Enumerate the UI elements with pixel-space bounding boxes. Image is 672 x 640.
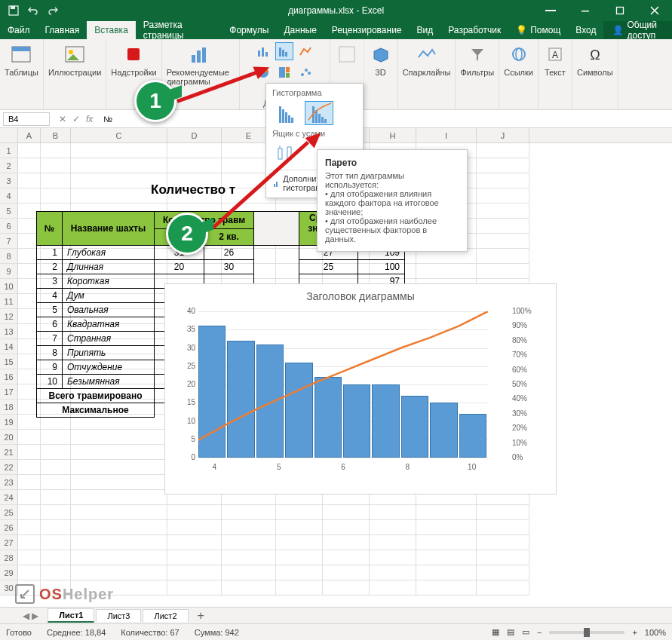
row-header[interactable]: 15 [0, 354, 18, 369]
name-box[interactable] [3, 112, 50, 126]
row-header[interactable]: 7 [0, 234, 18, 249]
row-header[interactable]: 16 [0, 369, 18, 384]
sheet-tab-3[interactable]: Лист2 [143, 609, 188, 622]
zoom-value[interactable]: 100% [645, 628, 666, 637]
row-header[interactable]: 23 [0, 475, 18, 490]
row-header[interactable]: 6 [0, 219, 18, 234]
ribbon-options-icon[interactable] [533, 0, 568, 21]
save-icon[interactable] [8, 5, 20, 17]
sheet-tab-2[interactable]: Лист3 [96, 609, 141, 622]
tab-review[interactable]: Рецензирование [324, 21, 410, 39]
symbols-button[interactable]: ΩСимволы [577, 42, 613, 77]
share-button[interactable]: 👤Общий доступ [603, 21, 672, 39]
sheet-nav-icons[interactable]: ◀ ▶ [23, 611, 38, 621]
sparklines-button[interactable]: Спарклайны [403, 42, 451, 77]
minimize-icon[interactable] [568, 0, 603, 21]
filters-button[interactable]: Фильтры [460, 42, 494, 77]
table-row[interactable]: 2Длинная203025100 [37, 260, 405, 274]
col-header[interactable]: C [71, 128, 167, 142]
line-chart-icon[interactable] [296, 42, 315, 60]
col-header[interactable]: A [18, 128, 41, 142]
row-header[interactable]: 9 [0, 264, 18, 279]
total-row-label[interactable]: Всего травмировано [37, 389, 155, 403]
tab-insert[interactable]: Вставка [87, 21, 136, 39]
row-header[interactable]: 26 [0, 520, 18, 535]
embedded-chart[interactable]: Заголовок диаграммы 05101520253035404568… [164, 283, 557, 495]
tab-formulas[interactable]: Формулы [222, 21, 276, 39]
view-normal-icon[interactable]: ▦ [492, 627, 499, 637]
column-chart-icon[interactable] [254, 42, 272, 60]
addons-button[interactable]: Надстройки [111, 42, 156, 77]
col-header[interactable]: I [416, 128, 477, 142]
col-q2[interactable]: 2 кв. [204, 228, 254, 246]
sheet-tab-1[interactable]: Лист1 [48, 608, 94, 623]
row-header[interactable]: 18 [0, 400, 18, 415]
text-button[interactable]: AТекст [543, 42, 567, 77]
row-header[interactable]: 17 [0, 384, 18, 400]
view-layout-icon[interactable]: ▤ [507, 627, 514, 637]
row-header[interactable]: 24 [0, 490, 18, 505]
add-sheet-button[interactable]: + [190, 608, 212, 624]
row-header[interactable]: 1 [0, 143, 18, 158]
col-header[interactable]: B [41, 128, 71, 142]
pivot-button[interactable] [335, 42, 359, 68]
col-num[interactable]: № [37, 212, 63, 246]
row-header[interactable]: 19 [0, 415, 18, 430]
zoom-in-icon[interactable]: + [632, 628, 637, 637]
dd-histogram-option[interactable] [272, 101, 300, 125]
row-header[interactable]: 13 [0, 324, 18, 339]
tab-file[interactable]: Файл [0, 21, 38, 39]
row-header[interactable]: 25 [0, 505, 18, 520]
links-button[interactable]: Ссылки [504, 42, 533, 77]
undo-icon[interactable] [27, 5, 39, 17]
max-row-label[interactable]: Максимальное [37, 403, 155, 418]
row-header[interactable]: 14 [0, 339, 18, 354]
zoom-out-icon[interactable]: − [537, 628, 542, 637]
row-header[interactable]: 21 [0, 445, 18, 460]
scatter-chart-icon[interactable] [296, 63, 315, 81]
tab-developer[interactable]: Разработчик [440, 21, 508, 39]
redo-icon[interactable] [47, 5, 59, 17]
col-header[interactable]: H [370, 128, 416, 142]
row-header[interactable]: 11 [0, 294, 18, 309]
tab-view[interactable]: Вид [410, 21, 441, 39]
accept-formula-icon[interactable]: ✓ [72, 114, 80, 124]
cancel-formula-icon[interactable]: ✕ [59, 114, 66, 124]
recommended-charts-button[interactable]: Рекомендуемые диаграммы [167, 42, 235, 86]
close-icon[interactable] [637, 0, 672, 21]
histogram-chart-icon[interactable] [275, 42, 293, 60]
login-button[interactable]: Вход [568, 21, 603, 39]
row-header[interactable]: 12 [0, 309, 18, 324]
treemap-chart-icon[interactable] [275, 63, 293, 81]
row-header[interactable]: 10 [0, 279, 18, 294]
col-header[interactable]: D [167, 128, 222, 142]
help-button[interactable]: 💡Помощ [508, 21, 568, 39]
row-header[interactable]: 28 [0, 550, 18, 565]
select-all-corner[interactable] [0, 128, 18, 142]
chart-title[interactable]: Заголовок диаграммы [165, 284, 556, 308]
row-header[interactable]: 27 [0, 535, 18, 550]
row-header[interactable]: 4 [0, 188, 18, 204]
tables-button[interactable]: Таблицы [5, 42, 38, 77]
col-name[interactable]: Название шахты [63, 212, 155, 246]
formula-input[interactable] [99, 113, 672, 125]
row-header[interactable]: 20 [0, 430, 18, 445]
view-break-icon[interactable]: ▭ [522, 627, 529, 637]
row-header[interactable]: 5 [0, 204, 18, 219]
dd-pareto-option[interactable] [305, 101, 333, 125]
3d-button[interactable]: 3D [369, 42, 393, 77]
zoom-slider[interactable] [549, 631, 624, 634]
col-header[interactable]: J [477, 128, 529, 142]
fx-icon[interactable]: fx [86, 114, 93, 124]
row-header[interactable]: 22 [0, 460, 18, 475]
row-header[interactable]: 2 [0, 158, 18, 173]
tab-layout[interactable]: Разметка страницы [136, 21, 222, 39]
tab-data[interactable]: Данные [276, 21, 324, 39]
maximize-icon[interactable] [603, 0, 637, 21]
row-header[interactable]: 3 [0, 173, 18, 188]
tab-home[interactable]: Главная [38, 21, 87, 39]
illustrations-button[interactable]: Иллюстрации [48, 42, 101, 77]
row-header[interactable]: 29 [0, 565, 18, 580]
status-count: Количество: 67 [121, 628, 179, 637]
row-header[interactable]: 8 [0, 249, 18, 264]
